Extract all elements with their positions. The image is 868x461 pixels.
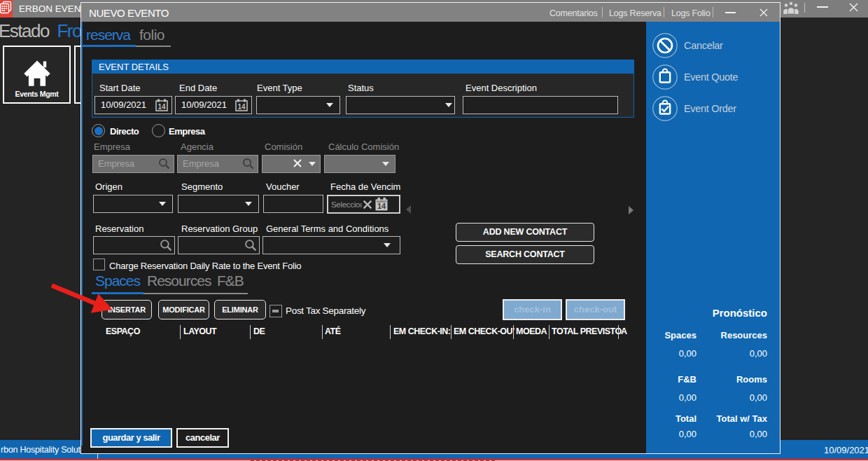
- svg-text:14: 14: [237, 103, 246, 111]
- svg-text:14: 14: [158, 103, 166, 111]
- svg-text:14: 14: [377, 202, 386, 210]
